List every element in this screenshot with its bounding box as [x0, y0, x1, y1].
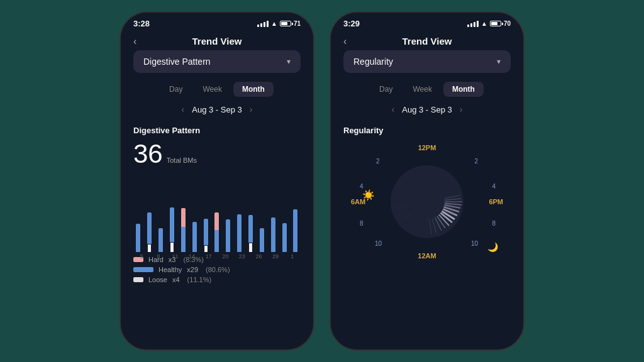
status-icons-2: ▲ 70	[467, 20, 511, 27]
label-4l: 4	[360, 183, 364, 190]
bar-group	[145, 177, 155, 252]
legend-pct-healthy: (80.6%)	[206, 266, 230, 273]
dropdown-container-1: Digestive Pattern ▾	[121, 50, 313, 79]
time-1: 3:28	[133, 19, 150, 28]
x-label: 11	[167, 253, 184, 260]
legend-count-healthy: x29	[187, 266, 198, 273]
header-2: ‹ Trend View	[331, 31, 523, 50]
dropdown-label-1: Digestive Pattern	[143, 57, 211, 67]
bm-label: Total BMs	[167, 156, 197, 164]
legend-healthy: Healthy x29 (80.6%)	[133, 266, 301, 273]
bar-group	[167, 177, 177, 252]
bar-group	[291, 177, 301, 252]
label-2: 2	[474, 158, 478, 165]
wifi-icon-1: ▲	[271, 20, 277, 27]
phone-1: 3:28 ▲ 71 ‹ Trend View	[119, 11, 314, 351]
date-range-1: ‹ Aug 3 - Sep 3 ›	[121, 102, 313, 121]
label-8r: 8	[492, 220, 496, 227]
phone-2: 3:29 ▲ 70 ‹ Trend View	[330, 11, 525, 351]
time-toggle-2: Day Week Month	[331, 79, 523, 102]
toggle-month-2[interactable]: Month	[443, 82, 484, 97]
toggle-day-1[interactable]: Day	[160, 82, 191, 97]
back-button-2[interactable]: ‹	[343, 36, 347, 47]
bar-group	[246, 177, 256, 252]
clock-chart: ☀️ 🌙 12PM 2 4 6PM 8 10 12AM 10 8 6AM 4 2	[343, 139, 511, 265]
prev-date-1[interactable]: ‹	[182, 104, 185, 114]
next-date-1[interactable]: ›	[250, 104, 253, 114]
date-range-2: ‹ Aug 3 - Sep 3 ›	[331, 102, 523, 121]
bar-group	[212, 177, 222, 252]
bar-group	[201, 177, 211, 252]
moon-icon: 🌙	[487, 242, 498, 252]
bar-group	[133, 177, 143, 252]
content-1: Digestive Pattern 36 Total BMs	[121, 121, 313, 349]
label-8l: 8	[360, 220, 364, 227]
header-1: ‹ Trend View	[121, 31, 313, 50]
date-range-label-2: Aug 3 - Sep 3	[402, 105, 452, 114]
battery-icon-2	[490, 21, 501, 26]
legend-pct-loose: (11.1%)	[187, 276, 212, 283]
bar-group	[268, 177, 278, 252]
dropdown-2[interactable]: Regularity ▾	[343, 50, 511, 73]
x-label: 8	[150, 253, 167, 260]
section-title-1: Digestive Pattern	[133, 126, 301, 135]
label-12am: 12AM	[418, 252, 436, 260]
label-10l: 10	[375, 240, 382, 247]
x-label: 1	[284, 253, 301, 260]
status-icons-1: ▲ 71	[257, 20, 301, 27]
toggle-day-2[interactable]: Day	[370, 82, 401, 97]
legend-count-loose: x4	[172, 276, 180, 283]
bm-stats: 36 Total BMs	[133, 139, 301, 169]
time-toggle-1: Day Week Month	[121, 79, 313, 102]
battery-pct-2: 70	[504, 20, 511, 27]
bar-group	[189, 177, 199, 252]
x-label: 20	[217, 253, 234, 260]
x-label: 29	[267, 253, 284, 260]
x-label: 17	[200, 253, 217, 260]
legend-color-healthy	[133, 267, 153, 272]
battery-icon-1	[280, 21, 291, 26]
dropdown-arrow-2: ▾	[497, 57, 501, 66]
bar-group	[279, 177, 289, 252]
header-title-1: Trend View	[192, 36, 242, 47]
toggle-month-1[interactable]: Month	[233, 82, 274, 97]
bar-group	[156, 177, 166, 252]
battery-pct-1: 71	[294, 20, 301, 27]
x-label: 5	[133, 253, 150, 260]
x-label: 23	[234, 253, 251, 260]
x-label: 14	[184, 253, 201, 260]
prev-date-2[interactable]: ‹	[392, 104, 395, 114]
next-date-2[interactable]: ›	[460, 104, 463, 114]
legend-color-loose	[133, 277, 143, 282]
dropdown-1[interactable]: Digestive Pattern ▾	[133, 50, 301, 73]
dropdown-container-2: Regularity ▾	[331, 50, 523, 79]
back-button-1[interactable]: ‹	[133, 36, 136, 47]
bar-group	[257, 177, 267, 252]
svg-point-17	[409, 184, 445, 219]
bars-container	[133, 177, 301, 252]
x-axis: 5 8 11 14 17 20 23 26 29 1	[133, 252, 301, 261]
date-range-label-1: Aug 3 - Sep 3	[192, 105, 242, 114]
time-2: 3:29	[343, 19, 360, 28]
toggle-week-1[interactable]: Week	[194, 82, 230, 97]
label-6pm: 6PM	[489, 198, 503, 206]
dropdown-label-2: Regularity	[353, 57, 393, 67]
x-label: 26	[250, 253, 267, 260]
status-bar-2: 3:29 ▲ 70	[331, 13, 523, 31]
bar-chart: 5 8 11 14 17 20 23 26 29 1	[133, 177, 301, 252]
section-title-2: Regularity	[343, 126, 511, 135]
wifi-icon-2: ▲	[481, 20, 487, 27]
dropdown-arrow-1: ▾	[287, 57, 291, 66]
legend-label-healthy: Healthy	[158, 266, 182, 273]
header-title-2: Trend View	[402, 36, 452, 47]
label-12pm: 12PM	[418, 144, 436, 151]
legend-loose: Loose x4 (11.1%)	[133, 276, 301, 283]
bm-number: 36	[133, 139, 163, 169]
toggle-week-2[interactable]: Week	[404, 82, 440, 97]
radial-svg	[386, 161, 468, 243]
label-10r: 10	[471, 240, 478, 247]
label-6am: 6AM	[351, 198, 365, 206]
label-4: 4	[492, 183, 496, 190]
bar-group	[235, 177, 245, 252]
content-2: Regularity ☀️ 🌙 12PM 2 4 6PM 8 10 12AM 1…	[331, 121, 523, 349]
